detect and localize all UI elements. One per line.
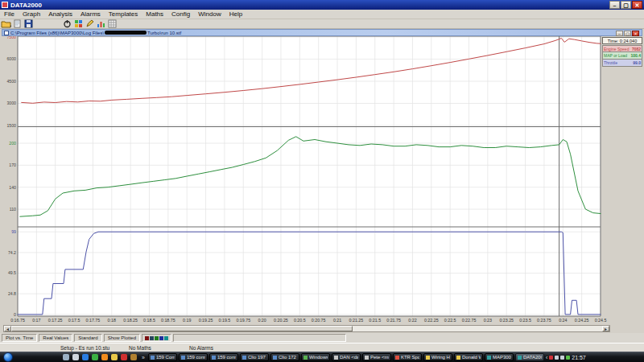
task-button-icon bbox=[242, 356, 246, 360]
status-panel-show-plotted: Show Plotted bbox=[104, 334, 140, 342]
quick-launch-overflow-chevron[interactable]: » bbox=[142, 355, 145, 360]
svg-text:6000: 6000 bbox=[6, 56, 16, 61]
office-icon[interactable] bbox=[111, 354, 118, 360]
channel-grid-icon[interactable] bbox=[72, 19, 84, 28]
close-button[interactable]: ✕ bbox=[632, 1, 642, 9]
svg-text:3000: 3000 bbox=[6, 101, 16, 105]
new-page-icon[interactable] bbox=[11, 19, 23, 28]
scroll-right-arrow[interactable]: ► bbox=[602, 326, 609, 331]
minimize-button[interactable]: – bbox=[609, 1, 620, 9]
menu-config[interactable]: Config bbox=[167, 10, 194, 18]
app-icon[interactable] bbox=[130, 354, 137, 360]
svg-text:0:19: 0:19 bbox=[183, 318, 191, 323]
document-maximize-button[interactable]: ▢ bbox=[624, 31, 631, 36]
task-button-label: Donald Wal... bbox=[462, 355, 481, 360]
task-button-pete-mm-[interactable]: Pete <mm... bbox=[362, 353, 391, 361]
task-button-wiring-hi[interactable]: Wiring Hi bbox=[423, 353, 452, 361]
volume-icon[interactable] bbox=[555, 356, 559, 360]
svg-text:1500: 1500 bbox=[6, 123, 16, 128]
bar-chart-icon[interactable] bbox=[95, 19, 106, 28]
messenger-icon[interactable] bbox=[92, 354, 98, 360]
show-desktop-icon[interactable] bbox=[63, 354, 69, 360]
task-button-icon bbox=[303, 356, 308, 360]
task-button-159-connec-[interactable]: 159 connec... bbox=[209, 353, 238, 361]
menu-file[interactable]: File bbox=[0, 10, 19, 18]
app-status-row: Setup - Es run 10.stu No Maths No Alarms bbox=[0, 343, 644, 352]
svg-text:0:23.75: 0:23.75 bbox=[537, 318, 551, 323]
save-file-icon[interactable] bbox=[23, 19, 34, 28]
menu-maths[interactable]: Maths bbox=[142, 10, 167, 18]
setup-file-status: Setup - Es run 10.stu bbox=[60, 345, 109, 351]
svg-text:0:18.25: 0:18.25 bbox=[123, 318, 138, 323]
svg-text:200: 200 bbox=[9, 141, 16, 146]
channel-value: 100.4 bbox=[630, 52, 641, 59]
task-button-159-connec-[interactable]: 159 connec... bbox=[179, 353, 208, 361]
ie-icon[interactable] bbox=[82, 354, 89, 360]
task-button-icon bbox=[151, 356, 155, 360]
svg-text:0:24: 0:24 bbox=[559, 318, 567, 323]
legend-row-throttle[interactable]: Throttle99.0 bbox=[602, 60, 642, 67]
task-button-dan-dans-[interactable]: DAN <dans... bbox=[332, 353, 361, 361]
data-table-icon[interactable] bbox=[106, 19, 118, 28]
task-button-icon bbox=[273, 356, 277, 360]
document-close-button[interactable]: ✕ bbox=[632, 31, 639, 36]
tray-chevron-icon[interactable]: ‹ bbox=[546, 355, 547, 360]
chart-horizontal-scrollbar[interactable]: ◄ ► bbox=[3, 325, 610, 332]
open-file-icon[interactable] bbox=[0, 19, 11, 28]
battery-icon[interactable] bbox=[566, 356, 570, 360]
svg-text:0:21.25: 0:21.25 bbox=[349, 318, 364, 323]
svg-text:0:23.25: 0:23.25 bbox=[499, 318, 514, 323]
menu-templates[interactable]: Templates bbox=[105, 10, 142, 18]
power-icon[interactable] bbox=[61, 19, 72, 28]
menu-help[interactable]: Help bbox=[225, 10, 246, 18]
scrollbar-thumb[interactable] bbox=[11, 326, 353, 331]
task-button-clio-197-e-[interactable]: Clio 197 E... bbox=[240, 353, 269, 361]
task-button-windows-li-[interactable]: Windows Li... bbox=[301, 353, 330, 361]
chart-plot-area[interactable]: 0:16.750:170:17.250:17.50:17.750:180:18.… bbox=[0, 36, 644, 333]
red-status-icon[interactable] bbox=[549, 356, 553, 360]
task-button-label: Wiring Hi bbox=[431, 355, 450, 360]
svg-text:0:17.25: 0:17.25 bbox=[48, 318, 63, 323]
svg-text:0:17: 0:17 bbox=[32, 318, 40, 323]
svg-text:0:21.75: 0:21.75 bbox=[386, 318, 401, 323]
svg-text:140: 140 bbox=[9, 185, 16, 190]
svg-text:0:22.25: 0:22.25 bbox=[424, 318, 439, 323]
media-icon[interactable] bbox=[121, 354, 127, 360]
task-button-map3000[interactable]: MAP3000 bbox=[485, 353, 514, 361]
task-button-data2000[interactable]: DATA2000 bbox=[515, 353, 544, 361]
menu-alarms[interactable]: Alarms bbox=[76, 10, 105, 18]
menu-window[interactable]: Window bbox=[194, 10, 225, 18]
task-button-icon bbox=[518, 356, 522, 360]
document-minimize-button[interactable]: – bbox=[616, 31, 623, 36]
scroll-left-arrow[interactable]: ◄ bbox=[4, 326, 11, 331]
network-icon[interactable] bbox=[560, 356, 564, 360]
edit-pencil-icon[interactable] bbox=[84, 19, 95, 28]
task-button-ktr-sport-l-[interactable]: KTR Sport L... bbox=[393, 353, 422, 361]
menu-analysis[interactable]: Analysis bbox=[44, 10, 76, 18]
legend-row-map-or-load[interactable]: MAP or Load100.4 bbox=[602, 52, 642, 60]
alarms-status: No Alarms bbox=[189, 345, 213, 351]
legend-row-engine-speed[interactable]: Engine Speed7082 bbox=[602, 45, 642, 52]
svg-text:0:20: 0:20 bbox=[258, 318, 266, 323]
task-button-159-comp-[interactable]: 159 Comp... bbox=[148, 353, 177, 361]
svg-text:0:20.75: 0:20.75 bbox=[312, 318, 326, 323]
task-button-donald-wal-[interactable]: Donald Wal... bbox=[454, 353, 483, 361]
start-button[interactable] bbox=[3, 352, 13, 362]
menu-graph[interactable]: Graph bbox=[19, 10, 44, 18]
channel-color-swatches bbox=[142, 334, 171, 342]
svg-text:0:19.25: 0:19.25 bbox=[199, 318, 213, 323]
svg-text:24.8: 24.8 bbox=[8, 291, 16, 296]
mail-icon[interactable] bbox=[72, 354, 79, 360]
maximize-button[interactable]: ▢ bbox=[621, 1, 631, 9]
taskbar-clock[interactable]: 21:57 bbox=[572, 355, 586, 360]
channel-name: MAP or Load bbox=[604, 52, 627, 59]
svg-text:0:19.5: 0:19.5 bbox=[219, 318, 231, 323]
task-button-clio-172-e-[interactable]: Clio 172 E... bbox=[270, 353, 299, 361]
svg-text:0:17.5: 0:17.5 bbox=[68, 318, 80, 323]
task-button-label: MAP3000 bbox=[493, 355, 511, 360]
app-titlebar: DATA2000 – ▢ ✕ bbox=[0, 0, 644, 10]
channel-name: Throttle bbox=[604, 60, 617, 66]
firefox-icon[interactable] bbox=[101, 354, 108, 360]
document-titlebar[interactable]: C:\Program Files (x86)\MAP3000\Log Files… bbox=[2, 29, 642, 36]
document-path-prefix: C:\Program Files (x86)\MAP3000\Log Files… bbox=[10, 31, 104, 35]
